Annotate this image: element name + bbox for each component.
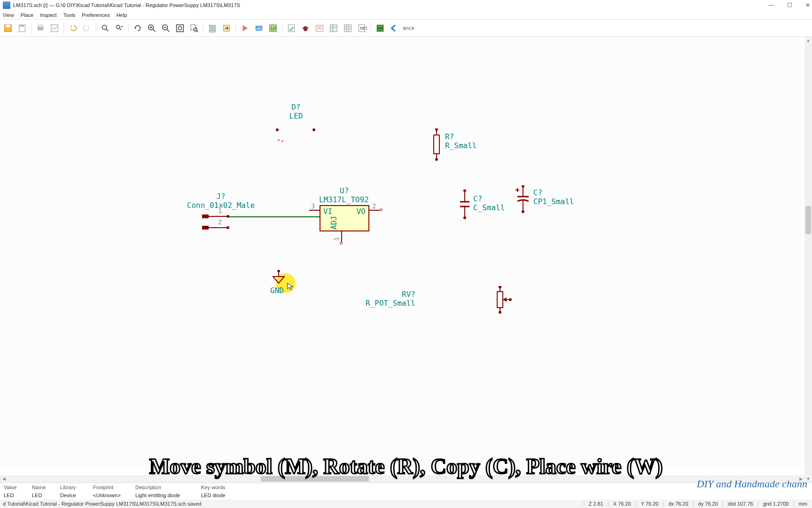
info-value-footprint: <Unknown> <box>89 492 132 498</box>
info-header-description: Description <box>132 484 197 490</box>
regulator-pin-vi-line <box>309 210 320 211</box>
zoom-in-icon[interactable] <box>146 22 158 34</box>
component-led[interactable]: D? LED <box>273 103 320 145</box>
component-regulator[interactable]: U? LM317L_TO92 VI VO ADJ 3 2 1 <box>320 186 377 231</box>
svg-rect-25 <box>210 30 216 32</box>
svg-rect-65 <box>202 214 209 218</box>
channel-watermark: DIY and Handmade chann <box>697 478 807 490</box>
menu-place[interactable]: Place <box>21 12 34 18</box>
maximize-button[interactable]: ☐ <box>787 2 792 8</box>
svg-rect-62 <box>434 135 439 154</box>
pot-ref: RV? <box>350 290 415 299</box>
connector-ref: J? <box>179 192 263 201</box>
status-grid: grid 1.2700 <box>758 501 794 507</box>
resistor-value: R_Small <box>445 141 476 150</box>
vertical-scroll-thumb[interactable] <box>805 206 811 234</box>
print-icon[interactable] <box>34 22 47 34</box>
zoom-selection-icon[interactable] <box>188 22 200 34</box>
assign-footprints-icon[interactable] <box>313 22 326 34</box>
svg-point-92 <box>509 298 512 301</box>
info-header-footprint: Footprint <box>89 484 132 490</box>
hierarchy-icon[interactable] <box>206 22 219 34</box>
save-icon[interactable] <box>2 22 14 34</box>
capacitor-ref: C? <box>473 194 505 203</box>
svg-rect-27 <box>256 26 262 30</box>
status-x: X 76.20 <box>608 501 636 507</box>
redo-icon[interactable] <box>81 22 93 34</box>
svg-marker-54 <box>289 125 298 135</box>
pcb-icon[interactable] <box>374 22 386 34</box>
svg-rect-49 <box>377 24 384 32</box>
gnd-label: GND <box>270 286 284 295</box>
pot-value: R_POT_Small <box>350 299 415 308</box>
find-replace-icon[interactable] <box>113 22 125 34</box>
cap-pol-symbol-icon <box>515 185 533 218</box>
refresh-icon[interactable] <box>132 22 144 34</box>
svg-line-16 <box>167 29 170 32</box>
svg-point-70 <box>226 226 229 229</box>
svg-point-57 <box>312 128 315 131</box>
info-value-description: Light emitting diode <box>132 492 197 498</box>
menu-tools[interactable]: Tools <box>63 12 76 18</box>
svg-rect-18 <box>177 24 184 32</box>
page-settings-icon[interactable] <box>16 22 28 34</box>
back-icon[interactable] <box>388 22 400 34</box>
svg-point-76 <box>463 216 466 219</box>
annotate-icon[interactable]: U? <box>267 22 279 34</box>
footprint-icon[interactable] <box>253 22 265 34</box>
component-connector[interactable]: J? Conn_01x02_Male 1 2 <box>179 192 263 210</box>
connector-pin1: 1 <box>218 207 222 214</box>
svg-rect-5 <box>38 25 42 27</box>
svg-point-78 <box>522 185 524 188</box>
close-button[interactable]: ✕ <box>805 2 810 8</box>
plot-icon[interactable] <box>48 22 61 34</box>
svg-rect-32 <box>289 24 295 32</box>
regulator-pin-vi-num: 3 <box>311 202 315 210</box>
scroll-left-arrow-icon[interactable]: ◀ <box>0 475 8 483</box>
svg-rect-20 <box>191 24 196 30</box>
component-capacitor-polarized[interactable]: C? CP1_Small <box>515 185 533 220</box>
bug-icon[interactable] <box>299 22 312 34</box>
menu-inspect[interactable]: Inspect <box>40 12 56 18</box>
run-simulator-icon[interactable] <box>239 22 251 34</box>
scroll-up-arrow-icon[interactable]: ▲ <box>804 37 812 44</box>
vertical-scrollbar[interactable]: ▲ ▼ <box>804 37 812 483</box>
svg-point-53 <box>276 128 279 131</box>
svg-rect-36 <box>316 25 323 31</box>
edit-fields-icon[interactable] <box>328 22 340 34</box>
generate-netlist-icon[interactable]: NET <box>356 22 368 34</box>
svg-point-28 <box>257 27 258 28</box>
undo-icon[interactable] <box>67 22 79 34</box>
wire-conn-to-reg[interactable] <box>228 216 320 217</box>
component-resistor[interactable]: R? R_Small <box>430 128 444 163</box>
leave-sheet-icon[interactable] <box>220 22 233 34</box>
minimize-button[interactable]: — <box>768 2 774 8</box>
svg-rect-39 <box>330 24 337 32</box>
schematic-canvas[interactable]: D? LED <box>0 37 802 469</box>
cap-pol-value: CP1_Small <box>533 197 574 206</box>
find-icon[interactable] <box>99 22 111 34</box>
svg-line-22 <box>197 31 198 32</box>
component-capacitor[interactable]: C? C_Small <box>458 190 472 224</box>
info-value-keywords: LED diode <box>197 492 244 498</box>
erc-icon[interactable] <box>285 22 297 34</box>
status-dy: dy 76.20 <box>693 501 723 507</box>
mouse-cursor-icon <box>287 282 295 292</box>
zoom-fit-icon[interactable] <box>174 22 186 34</box>
svg-point-85 <box>277 270 280 272</box>
svg-line-8 <box>106 29 109 31</box>
regulator-adj-endpoint <box>340 242 343 245</box>
menu-help[interactable]: Help <box>117 12 127 18</box>
status-y: Y 76.20 <box>636 501 664 507</box>
menu-preferences[interactable]: Preferences <box>82 12 109 18</box>
menu-view[interactable]: View <box>3 12 14 18</box>
pot-symbol-icon <box>493 286 517 314</box>
status-zoom: Z 2.81 <box>584 501 608 507</box>
statusbar: d Tutorial\Kicad Tutorial - Regulator Po… <box>0 500 812 508</box>
zoom-out-icon[interactable] <box>160 22 172 34</box>
svg-line-59 <box>283 135 288 140</box>
bom-icon[interactable] <box>342 22 354 34</box>
info-value-name: LED <box>28 492 56 498</box>
regulator-pin-vi: VI <box>323 207 332 216</box>
component-gnd[interactable]: GND <box>270 270 289 290</box>
